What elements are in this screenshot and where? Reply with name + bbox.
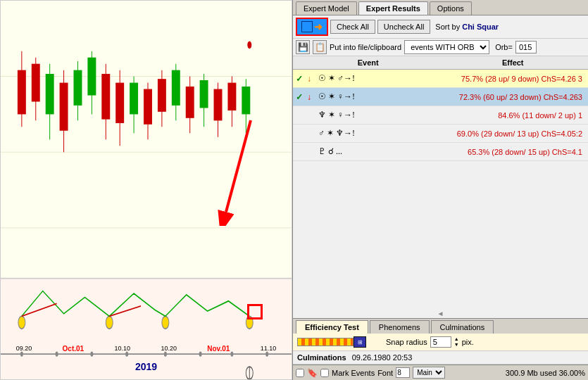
toolbar-row-1: ➜ Check All Uncheck All Sort by Chi Squa… [293,15,588,39]
row-checkbox-3[interactable]: ✓ [296,110,307,120]
table-row[interactable]: ✓ ♂ ✶ ♆→! 69.0% (29 down/ 13 up) ChS=4.0… [293,125,588,143]
svg-rect-10 [46,74,54,114]
put-into-label: Put into file/clipboard [330,43,401,51]
row-event-text-2: ☉ ✶ ♀→! [315,91,440,102]
row-event-text-3: ♆ ✶ ♀→! [315,110,440,120]
svg-rect-36 [227,83,236,110]
snap-spinner[interactable]: ▲ ▼ [454,336,459,348]
tab-expert-model[interactable]: Expert Model [296,1,357,15]
font-label: Font [377,369,393,377]
row-event-text-5: ♇ ☌ ... [315,146,440,157]
svg-rect-12 [60,83,68,131]
font-checkbox[interactable] [320,369,329,377]
row-checkbox-5[interactable]: ✓ [296,147,307,157]
status-bar: 🔖 Mark Events Font Main 300.9 Mb used 36… [293,365,588,380]
svg-rect-16 [87,58,96,96]
sort-value: Chi Squar [462,23,499,31]
row-checkbox-1[interactable]: ✓ [296,74,307,84]
uncheck-all-button[interactable]: Uncheck All [377,20,430,34]
toolbar-row-2: 💾 📋 Put into file/clipboard events WITH … [293,39,588,56]
column-effect-header: Effect [441,58,586,67]
memory-label: 300.9 Mb used 36.00% [506,369,585,377]
tab-expert-results[interactable]: Expert Results [358,1,428,15]
row-effect-text-4: 69.0% (29 down/ 13 up) ChS=4.05:2 [440,129,585,138]
year-label: 2019 [135,361,157,372]
tab-options[interactable]: Options [430,1,472,15]
selection-box [247,304,263,319]
date-label-2: Oct.01 [63,345,85,353]
timeline-icon-button[interactable]: ⊞ [354,336,366,348]
pix-label: pix. [462,338,474,346]
blue-arrow-button[interactable]: ➜ [296,18,328,36]
snap-input[interactable] [430,336,451,348]
candlestick-chart [1,1,292,379]
mark-events-checkbox[interactable] [296,369,304,377]
row-effect-text-5: 65.3% (28 down/ 15 up) ChS=4.1 [440,148,585,156]
svg-rect-26 [158,79,166,112]
date-label-5: Nov.01 [207,345,230,353]
svg-point-44 [162,316,169,329]
svg-rect-20 [115,83,124,123]
snap-row: Snap radius ▲ ▼ pix. [386,336,474,348]
orb-input[interactable] [515,41,537,53]
date-label-4: 10.20 [161,345,177,353]
mark-events-label: Mark Events [332,369,375,377]
check-all-button[interactable]: Check All [330,20,375,34]
copy-icon[interactable]: 📋 [313,40,327,54]
table-row[interactable]: ✓ ↓ ☉ ✶ ♀→! 72.3% (60 up/ 23 down) ChS=4… [293,88,588,106]
main-select[interactable]: Main [413,367,445,379]
table-row[interactable]: ✓ ♇ ☌ ... 65.3% (28 down/ 15 up) ChS=4.1 [293,143,588,161]
culminations-title: Culminations [297,353,346,362]
efficiency-timeline-container: ⊞ [297,336,366,348]
font-size-input[interactable] [396,367,410,378]
timeline-icon-symbol: ⊞ [358,339,363,346]
blue-square-icon [301,21,313,32]
right-panel: Expert Model Expert Results Options ➜ Ch… [292,0,588,380]
table-row[interactable]: ✓ ♆ ✶ ♀→! 84.6% (11 down/ 2 up) 1 [293,106,588,125]
date-label-6: 11.10 [261,345,277,353]
svg-rect-14 [73,70,82,106]
bottom-tabs-bar: Efficiency Test Phenomens Culminations [293,318,588,334]
table-body: ✓ ↓ ☉ ✶ ♂→! 75.7% (28 up/ 9 down) ChS=4.… [293,70,588,309]
svg-rect-6 [18,70,26,115]
svg-point-39 [247,41,251,49]
svg-rect-30 [186,87,194,118]
bottom-tab-phenomens[interactable]: Phenomens [370,320,430,334]
arrow-right-icon: ➜ [314,21,323,32]
bottom-tab-efficiency[interactable]: Efficiency Test [296,320,368,334]
svg-point-43 [106,316,113,329]
date-label-1: 09.20 [16,345,32,353]
row-event-text-4: ♂ ✶ ♆→! [315,128,440,139]
svg-point-42 [18,316,25,329]
mark-events-icon: 🔖 [307,368,318,378]
table-row[interactable]: ✓ ↓ ☉ ✶ ♂→! 75.7% (28 up/ 9 down) ChS=4.… [293,70,588,88]
svg-rect-32 [200,80,208,108]
svg-rect-24 [144,89,152,125]
tabs-bar: Expert Model Expert Results Options [293,0,588,15]
row-arrow-1: ↓ [307,74,315,84]
svg-rect-8 [32,64,40,102]
orb-label: Orb= [495,43,513,51]
events-dropdown[interactable]: events WITH ORB [404,40,489,54]
save-icon[interactable]: 💾 [296,40,310,54]
row-checkbox-4[interactable]: ✓ [296,129,307,139]
timeline-bar [297,338,354,346]
bottom-tab-culminations[interactable]: Culminations [431,320,494,334]
table-header: Event Effect [293,56,588,70]
main-container: Easy Expert [0,0,588,380]
svg-rect-34 [214,89,223,121]
column-event-header: Event [296,58,441,67]
chart-area: Easy Expert [0,0,292,380]
svg-rect-28 [172,70,180,106]
svg-rect-18 [101,74,110,120]
sort-by-label: Sort by [435,23,460,31]
date-label-3: 10.10 [115,345,131,353]
culminations-date: 09.26.1980 20:53 [352,353,413,362]
row-checkbox-2[interactable]: ✓ [296,92,307,102]
row-effect-text-1: 75.7% (28 up/ 9 down) ChS=4.26 3 [440,75,585,83]
row-event-text-1: ☉ ✶ ♂→! [315,73,440,84]
row-arrow-2: ↓ [307,92,315,102]
svg-rect-22 [130,83,138,115]
culminations-row: Culminations 09.26.1980 20:53 [293,351,588,365]
snap-label: Snap radius [386,338,427,346]
